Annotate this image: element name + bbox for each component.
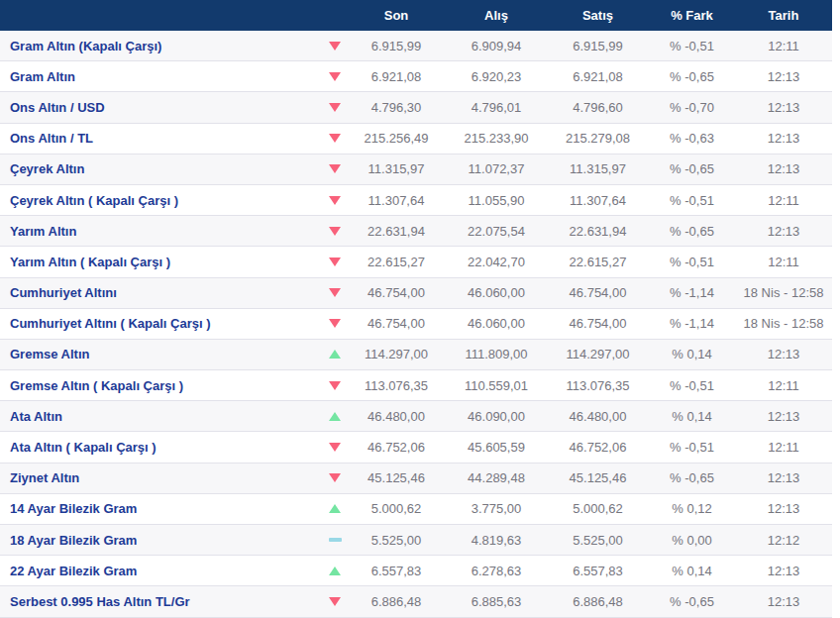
- table-row[interactable]: Ons Altın / USD 4.796,30 4.796,01 4.796,…: [0, 92, 832, 123]
- satis-value: 22.615,27: [547, 255, 649, 269]
- direction-cell: [323, 566, 347, 575]
- direction-cell: [323, 504, 347, 513]
- table-row[interactable]: Cumhuriyet Altını 46.754,00 46.060,00 46…: [0, 278, 832, 309]
- satis-value: 215.279,08: [547, 131, 649, 146]
- instrument-name: Serbest 0.995 Has Altın TL/Gr: [0, 594, 323, 609]
- alis-value: 6.909,94: [446, 39, 547, 53]
- satis-value: 22.631,94: [547, 224, 649, 239]
- direction-cell: [323, 227, 347, 236]
- son-value: 4.796,30: [347, 100, 446, 115]
- fark-value: % -0,51: [649, 193, 735, 208]
- tarih-value: 12:13: [735, 100, 832, 115]
- tarih-value: 12:13: [735, 594, 832, 609]
- alis-value: 11.072,37: [446, 161, 547, 176]
- table-row[interactable]: Gram Altın 6.921,08 6.920,23 6.921,08 % …: [0, 61, 832, 92]
- fark-value: % 0,12: [649, 501, 735, 516]
- satis-value: 6.886,48: [547, 594, 649, 609]
- table-row[interactable]: Ata Altın 46.480,00 46.090,00 46.480,00 …: [0, 401, 832, 432]
- arrow-down-icon: [329, 42, 341, 51]
- tarih-value: 12:11: [735, 39, 832, 53]
- satis-value: 5.525,00: [547, 533, 649, 548]
- col-header-alis: Alış: [446, 8, 547, 23]
- arrow-down-icon: [329, 597, 341, 606]
- tarih-value: 12:13: [735, 501, 832, 516]
- direction-cell: [323, 258, 347, 266]
- instrument-name: Ons Altın / TL: [0, 131, 323, 146]
- instrument-name: Yarım Altın ( Kapalı Çarşı ): [0, 255, 323, 269]
- son-value: 22.631,94: [347, 224, 446, 239]
- table-row[interactable]: Çeyrek Altın 11.315,97 11.072,37 11.315,…: [0, 154, 832, 185]
- satis-value: 5.000,62: [547, 501, 649, 516]
- son-value: 11.307,64: [347, 193, 446, 208]
- direction-cell: [323, 134, 347, 143]
- table-row[interactable]: Çeyrek Altın ( Kapalı Çarşı ) 11.307,64 …: [0, 185, 832, 216]
- alis-value: 46.060,00: [446, 316, 547, 331]
- fark-value: % -0,51: [649, 378, 735, 393]
- table-row[interactable]: Gremse Altın 114.297,00 111.809,00 114.2…: [0, 340, 832, 370]
- alis-value: 45.605,59: [446, 440, 547, 455]
- satis-value: 46.754,00: [547, 285, 649, 300]
- instrument-name: Gremse Altın ( Kapalı Çarşı ): [0, 378, 323, 393]
- instrument-name: Gremse Altın: [0, 347, 323, 361]
- table-row[interactable]: Gram Altın (Kapalı Çarşı) 6.915,99 6.909…: [0, 31, 832, 61]
- son-value: 46.754,00: [347, 316, 446, 331]
- fark-value: % -0,65: [649, 224, 735, 239]
- alis-value: 46.090,00: [446, 409, 547, 424]
- tarih-value: 12:13: [735, 347, 832, 361]
- instrument-name: Gram Altın: [0, 69, 323, 84]
- tarih-value: 12:13: [735, 161, 832, 176]
- direction-cell: [323, 288, 347, 297]
- table-body: Gram Altın (Kapalı Çarşı) 6.915,99 6.909…: [0, 31, 832, 618]
- arrow-down-icon: [329, 72, 341, 81]
- instrument-name: Cumhuriyet Altını ( Kapalı Çarşı ): [0, 316, 323, 331]
- son-value: 11.315,97: [347, 161, 446, 176]
- alis-value: 6.920,23: [446, 69, 547, 84]
- tarih-value: 12:13: [735, 69, 832, 84]
- table-row[interactable]: Ons Altın / TL 215.256,49 215.233,90 215…: [0, 124, 832, 154]
- instrument-name: Çeyrek Altın: [0, 161, 323, 176]
- tarih-value: 12:11: [735, 255, 832, 269]
- fark-value: % 0,14: [649, 564, 735, 578]
- satis-value: 4.796,60: [547, 100, 649, 115]
- son-value: 46.752,06: [347, 440, 446, 455]
- arrow-down-icon: [329, 443, 341, 452]
- son-value: 114.297,00: [347, 347, 446, 361]
- arrow-up-icon: [329, 412, 341, 421]
- fark-value: % -0,65: [649, 594, 735, 609]
- son-value: 46.754,00: [347, 285, 446, 300]
- instrument-name: Gram Altın (Kapalı Çarşı): [0, 39, 323, 53]
- fark-value: % -0,63: [649, 131, 735, 146]
- table-row[interactable]: Gremse Altın ( Kapalı Çarşı ) 113.076,35…: [0, 370, 832, 401]
- alis-value: 3.775,00: [446, 501, 547, 516]
- fark-value: % -0,65: [649, 470, 735, 485]
- son-value: 5.000,62: [347, 501, 446, 516]
- satis-value: 6.915,99: [547, 39, 649, 53]
- tarih-value: 12:11: [735, 193, 832, 208]
- instrument-name: Ons Altın / USD: [0, 100, 323, 115]
- fark-value: % -0,51: [649, 255, 735, 269]
- satis-value: 11.315,97: [547, 161, 649, 176]
- table-row[interactable]: 14 Ayar Bilezik Gram 5.000,62 3.775,00 5…: [0, 494, 832, 525]
- table-row[interactable]: 22 Ayar Bilezik Gram 6.557,83 6.278,63 6…: [0, 556, 832, 586]
- instrument-name: 22 Ayar Bilezik Gram: [0, 564, 323, 578]
- col-header-tarih: Tarih: [735, 8, 832, 23]
- table-row[interactable]: Cumhuriyet Altını ( Kapalı Çarşı ) 46.75…: [0, 309, 832, 340]
- col-header-fark: % Fark: [649, 8, 735, 23]
- table-row[interactable]: Ziynet Altın 45.125,46 44.289,48 45.125,…: [0, 464, 832, 494]
- table-row[interactable]: 18 Ayar Bilezik Gram 5.525,00 4.819,63 5…: [0, 525, 832, 556]
- tarih-value: 12:13: [735, 131, 832, 146]
- satis-value: 113.076,35: [547, 378, 649, 393]
- fark-value: % -1,14: [649, 285, 735, 300]
- alis-value: 11.055,90: [446, 193, 547, 208]
- son-value: 22.615,27: [347, 255, 446, 269]
- table-row[interactable]: Yarım Altın 22.631,94 22.075,54 22.631,9…: [0, 216, 832, 247]
- table-row[interactable]: Yarım Altın ( Kapalı Çarşı ) 22.615,27 2…: [0, 247, 832, 277]
- table-row[interactable]: Serbest 0.995 Has Altın TL/Gr 6.886,48 6…: [0, 586, 832, 617]
- instrument-name: Yarım Altın: [0, 224, 323, 239]
- arrow-down-icon: [329, 473, 341, 482]
- tarih-value: 12:13: [735, 224, 832, 239]
- fark-value: % -0,65: [649, 161, 735, 176]
- alis-value: 111.809,00: [446, 347, 547, 361]
- arrow-up-icon: [329, 350, 341, 359]
- table-row[interactable]: Ata Altın ( Kapalı Çarşı ) 46.752,06 45.…: [0, 432, 832, 463]
